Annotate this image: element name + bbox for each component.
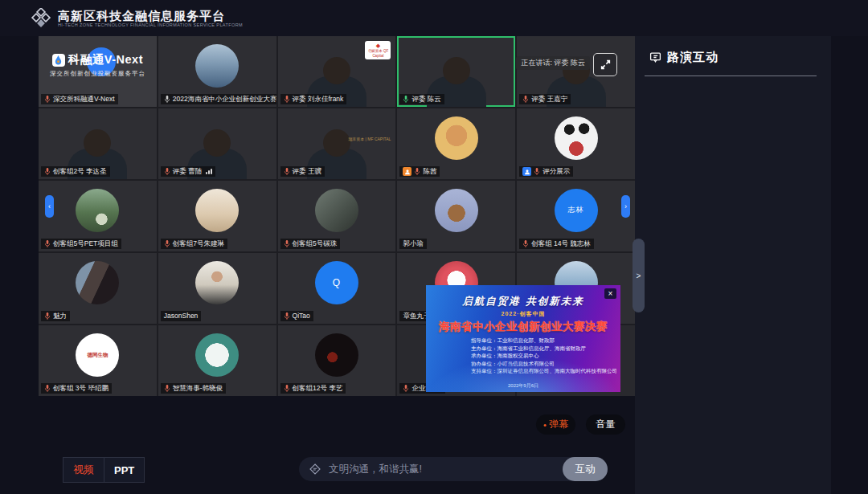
carousel-right-button[interactable]: › <box>621 195 630 218</box>
video-tile[interactable]: 创客组12号 李艺 <box>278 325 396 396</box>
popup-org-line: 指导单位：工业和信息化部、财政部 <box>471 337 620 345</box>
avatar-logo-text: 德同生物 <box>87 352 108 358</box>
danmaku-toggle-button[interactable]: • 弹幕 <box>536 414 575 435</box>
popup-slogan: 启航自贸港 共创新未来 <box>426 295 620 308</box>
video-tile[interactable]: 智慧海事-韩晓俊 <box>158 325 276 396</box>
signal-icon <box>206 169 212 174</box>
danmaku-dot-icon: • <box>543 421 547 429</box>
video-tile[interactable]: 创客组7号朱建琳 <box>158 181 276 251</box>
participant-name: 评委 曹随 <box>173 166 202 177</box>
participant-avatar <box>195 333 239 377</box>
mic-icon <box>403 384 409 393</box>
video-tile[interactable]: 2022海南省中小企业创新创业大赛 <box>158 36 276 107</box>
participant-name: JasonShen <box>164 311 199 321</box>
video-tile[interactable]: QQiTao <box>278 253 396 324</box>
video-tile[interactable]: 启赋资本 QF Capital评委 刘永佳frank <box>278 36 396 107</box>
carousel-left-button[interactable]: ‹ <box>45 195 54 218</box>
brand-subtitle: 深交所创新创业投融资服务平台 <box>39 70 157 78</box>
person-badge-icon <box>522 167 531 176</box>
participant-label: JasonShen <box>161 311 202 321</box>
mic-icon <box>164 239 170 248</box>
video-tile[interactable]: 科融通V-Next深交所创新创业投融资服务平台深交所科融通V-Next <box>39 36 157 107</box>
video-tile[interactable]: 评委 陈云 <box>397 36 515 107</box>
participant-name: 郭小瑜 <box>403 239 424 249</box>
chevron-right-icon: › <box>624 202 627 210</box>
volume-button[interactable]: 音量 <box>586 414 625 435</box>
participant-name: 创客组 14号 魏志林 <box>531 239 591 249</box>
participant-name: 评委 王嘉宁 <box>531 94 567 104</box>
video-tile[interactable]: 魅力 <box>39 253 157 324</box>
mic-icon <box>164 95 170 104</box>
video-tile[interactable]: 瑞丰资本 | MF CAPITAL评委 王骥 <box>278 108 396 179</box>
participant-label: 评委 刘永佳frank <box>280 94 347 104</box>
participant-name: 深交所科融通V-Next <box>53 94 115 104</box>
brand-title: 科融通V-Next <box>68 52 143 67</box>
video-tile[interactable]: JasonShen <box>158 253 276 324</box>
video-tile[interactable]: 德同生物创客组 3号 毕绍鹏 <box>39 325 157 396</box>
mic-icon <box>164 384 170 393</box>
tab-video[interactable]: 视频 <box>63 457 104 483</box>
tab-ppt[interactable]: PPT <box>104 457 145 483</box>
participant-label: 创客组5号碳珠 <box>280 239 341 249</box>
video-tile[interactable]: 郭小瑜 <box>397 181 515 251</box>
participant-name: 陈茜 <box>423 166 436 177</box>
participant-avatar <box>76 189 119 232</box>
popup-org-line: 承办单位：海南股权交易中心 <box>471 352 620 360</box>
participant-avatar <box>195 261 239 304</box>
participant-name: 魅力 <box>53 311 67 321</box>
chevron-left-icon: ‹ <box>48 202 51 210</box>
mic-icon <box>534 167 540 176</box>
participant-label: 陈茜 <box>399 166 440 177</box>
participant-name: 创客组5号PET项目组 <box>53 239 118 249</box>
event-banner-popup: × 启航自贸港 共创新未来 2022·创客中国 海南省中小企业创新创业大赛决赛 … <box>426 285 620 392</box>
chat-input-bar: 互动 <box>299 457 608 481</box>
video-tile[interactable]: 创客组5号碳珠 <box>278 181 396 251</box>
participant-name: 创客组7号朱建琳 <box>173 239 224 249</box>
participant-label: 创客组 3号 毕绍鹏 <box>41 383 112 394</box>
participant-name: QiTao <box>293 311 310 321</box>
mic-icon <box>44 312 51 320</box>
video-tile[interactable]: 创客组2号 李达圣 <box>39 108 157 179</box>
mic-icon <box>164 167 170 176</box>
mic-icon <box>44 384 51 393</box>
mic-icon <box>284 95 290 104</box>
expand-icon <box>600 59 611 70</box>
send-button[interactable]: 互动 <box>563 457 608 481</box>
tile-watermark: 启赋资本 QF Capital <box>365 41 391 59</box>
popup-logo-line: 2022·创客中国 <box>426 310 620 318</box>
chat-input[interactable] <box>327 463 563 476</box>
mic-icon <box>284 312 290 320</box>
participant-head <box>323 129 350 157</box>
video-tile[interactable]: 评委 曹随 <box>158 108 276 179</box>
sidebar-divider <box>645 76 817 76</box>
mic-icon <box>44 167 51 176</box>
video-tile[interactable]: 评分展示 <box>517 108 635 179</box>
fullscreen-button[interactable] <box>593 53 617 76</box>
participant-head <box>323 57 350 84</box>
popup-org-line: 支持单位：深圳证券信息有限公司、海南大咖时代科技有限公司 <box>471 367 620 375</box>
video-tile[interactable]: 志林创客组 14号 魏志林 <box>517 181 635 251</box>
mic-icon <box>284 239 290 248</box>
participant-avatar <box>555 116 598 160</box>
mic-icon <box>522 95 529 104</box>
sidebar-collapse-handle[interactable]: > <box>633 239 645 312</box>
participant-avatar <box>315 189 358 232</box>
participant-label: 深交所科融通V-Next <box>41 94 118 104</box>
video-tile[interactable]: 创客组5号PET项目组 <box>39 181 157 251</box>
mic-icon <box>284 167 290 176</box>
participant-avatar <box>315 333 358 377</box>
participant-avatar <box>195 189 239 232</box>
close-icon[interactable]: × <box>604 288 616 299</box>
video-tile[interactable]: 陈茜 <box>397 108 515 179</box>
tile-watermark: 瑞丰资本 | MF CAPITAL <box>348 137 391 141</box>
chat-bubble-icon <box>649 51 661 63</box>
platform-subtitle: HI-TECH ZONE TECHNOLOGY FINANCIAL INFORM… <box>58 22 243 28</box>
mic-icon <box>284 384 290 393</box>
interaction-sidebar: 路演互动 <box>635 36 831 494</box>
popup-org-line: 协办单位：小叮当信息技术有限公司 <box>471 360 620 368</box>
participant-avatar <box>76 261 119 304</box>
participant-label: 郭小瑜 <box>399 239 427 249</box>
participant-head <box>84 129 111 157</box>
participant-name: 创客组 3号 毕绍鹏 <box>53 383 108 394</box>
popup-title: 海南省中小企业创新创业大赛决赛 <box>426 320 620 334</box>
